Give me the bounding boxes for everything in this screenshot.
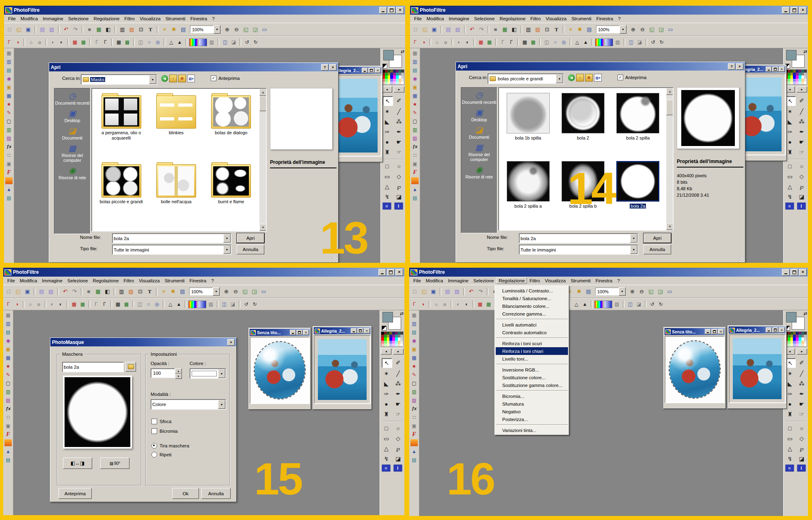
fullscreen-icon[interactable]: ▭ xyxy=(665,288,674,295)
menu-item-tonalita-saturazione[interactable]: Tonalità / Saturazione... xyxy=(496,294,568,302)
blur-more-icon[interactable]: ◎ xyxy=(153,301,161,308)
ripeti-radio[interactable] xyxy=(151,452,157,458)
palette-color[interactable] xyxy=(385,73,388,75)
camera-icon[interactable]: ▣ xyxy=(411,84,419,90)
select-lasso-icon[interactable]: ℘ xyxy=(797,182,807,191)
text-icon[interactable]: T xyxy=(552,26,561,33)
calculator-icon[interactable]: ▦ xyxy=(410,312,418,318)
saturation-plus-icon[interactable]: ▦ xyxy=(80,39,87,46)
file-item[interactable]: bola 2 spilla a xyxy=(501,158,555,226)
orange-swatch-icon[interactable]: ■ xyxy=(411,177,419,184)
zoom-level-select[interactable]: 100% ▼ xyxy=(596,26,626,33)
eyedropper-tool-icon[interactable]: ✐ xyxy=(393,358,403,367)
palette-color[interactable] xyxy=(384,337,387,340)
red-pencil-icon[interactable]: ✎ xyxy=(5,109,13,116)
minimize-button[interactable] xyxy=(782,7,790,14)
select-triangle-icon[interactable]: △ xyxy=(785,444,795,453)
scroll-down-arrow[interactable]: ▼ xyxy=(259,224,267,231)
menu-selezione[interactable]: Selezione xyxy=(472,15,497,22)
menu-visualizza[interactable]: Visualizza xyxy=(543,15,569,22)
airbrush-tool-icon[interactable]: ⁂ xyxy=(394,117,404,126)
fx-icon[interactable]: ƒx xyxy=(4,405,12,412)
brightness-plus-icon[interactable]: ☼ xyxy=(442,39,449,46)
menu-finestra[interactable]: Finestra xyxy=(594,15,616,22)
palette-color[interactable] xyxy=(387,341,390,344)
foreground-color-swatch[interactable] xyxy=(786,50,797,60)
palette-color[interactable] xyxy=(793,70,796,73)
spin-down-arrow[interactable]: ▼ xyxy=(175,374,182,379)
hand-tool-icon[interactable]: ☞ xyxy=(394,148,404,157)
annulla-button[interactable]: Annulla xyxy=(237,245,264,254)
dropdown-arrow-icon[interactable]: ▼ xyxy=(630,234,637,243)
close-button[interactable]: × xyxy=(799,269,807,276)
menu-regolazione[interactable]: Regolazione xyxy=(496,277,527,284)
bicromia-checkbox-row[interactable]: Bicromia xyxy=(151,428,178,434)
close-button[interactable]: × xyxy=(779,67,785,72)
redo-icon[interactable]: ↷ xyxy=(70,288,79,295)
smudge-tool-icon[interactable]: ☛ xyxy=(393,400,403,408)
menu-immagine[interactable]: Immagine xyxy=(445,277,471,284)
palette-color[interactable] xyxy=(396,70,399,73)
transparent-color-icon[interactable]: ▨ xyxy=(208,39,216,46)
palette-color[interactable] xyxy=(387,344,390,346)
gamma-minus-icon[interactable]: Γ xyxy=(92,301,100,308)
image-export-icon[interactable]: ▥ xyxy=(5,58,13,65)
palette-color[interactable] xyxy=(801,335,804,337)
titlebar[interactable]: PhotoFiltre × xyxy=(3,268,404,277)
line-tool-icon[interactable]: ╱ xyxy=(394,107,404,116)
foreground-color-swatch[interactable] xyxy=(383,50,394,60)
blank-image-icon[interactable]: ■ xyxy=(491,26,500,33)
undo-icon[interactable]: ↶ xyxy=(467,288,475,295)
palette-color[interactable] xyxy=(790,73,793,75)
photo-stack-icon[interactable]: ▥ xyxy=(410,388,418,395)
palette-color[interactable] xyxy=(801,344,804,346)
zoom-in-icon[interactable]: ⊕ xyxy=(222,288,231,295)
tools-icon[interactable]: ✱ xyxy=(170,26,178,33)
dialog-titlebar[interactable]: PhotoMasque × xyxy=(50,338,236,346)
palette-icon[interactable]: ▦ xyxy=(501,26,509,33)
select-rounded-rect-icon[interactable]: ▭ xyxy=(382,434,391,443)
place-desktop[interactable]: ▣ Desktop xyxy=(461,108,497,122)
menu-regolazione[interactable]: Regolazione xyxy=(91,15,122,22)
brightness-minus-icon[interactable]: ☼ xyxy=(432,301,440,308)
pattern-icon[interactable]: ▨ xyxy=(410,397,418,404)
fit-window-icon[interactable]: ◲ xyxy=(656,288,665,295)
palette-color[interactable] xyxy=(381,337,384,340)
selection-display-icon[interactable]: ≡ xyxy=(785,464,794,472)
palette-color[interactable] xyxy=(790,75,793,78)
palette-color[interactable] xyxy=(788,341,790,344)
pages-icon[interactable]: ◪ xyxy=(230,39,238,46)
minimize-button[interactable] xyxy=(290,330,296,335)
cerca-in-select[interactable]: bolas piccole e grandi ▼ xyxy=(488,73,564,84)
fit-window-icon[interactable]: ◲ xyxy=(657,26,665,33)
zoom-level-select[interactable]: 100% ▼ xyxy=(190,26,220,33)
menu-item-sfumatura[interactable]: Sfumatura xyxy=(496,400,568,408)
palette-color[interactable] xyxy=(793,344,796,346)
scroll-thumb[interactable] xyxy=(666,100,674,115)
image-export-icon[interactable]: ▥ xyxy=(4,320,12,327)
palette-color[interactable] xyxy=(392,344,395,346)
folder-item[interactable]: a pergamena, olio o acquarelli xyxy=(94,90,149,159)
red-pencil-icon[interactable]: ✎ xyxy=(4,371,12,378)
pattern-icon[interactable]: ▨ xyxy=(4,397,12,404)
airbrush-tool-icon[interactable]: ⁂ xyxy=(393,379,403,388)
blue-adjust-icon[interactable]: ▬ xyxy=(198,301,206,308)
palette-color[interactable] xyxy=(400,332,403,335)
grid-dark-icon[interactable]: ▦ xyxy=(115,39,123,46)
auto-levels-icon[interactable]: Γ xyxy=(410,301,418,308)
folder-item[interactable]: bolle nell'acqua xyxy=(149,159,203,228)
anteprima-checkbox[interactable]: ✓ xyxy=(211,75,216,81)
palette-color[interactable] xyxy=(796,344,799,346)
image-canvas[interactable] xyxy=(314,335,371,404)
folder-item[interactable]: blinkies xyxy=(149,90,203,159)
browser-icon[interactable]: ▤ xyxy=(178,288,187,295)
palette-color[interactable] xyxy=(793,335,796,337)
palette-color[interactable] xyxy=(796,82,799,84)
palette-color[interactable] xyxy=(799,332,801,335)
fit-window-icon[interactable]: ◲ xyxy=(250,288,259,295)
palette-color[interactable] xyxy=(799,70,801,73)
orange-swatch-icon[interactable]: ■ xyxy=(5,177,13,184)
save-icon[interactable]: ▣ xyxy=(23,288,32,295)
palette-color[interactable] xyxy=(390,82,393,84)
menu-item-correzione-gamma[interactable]: Correzione gamma... xyxy=(496,310,568,318)
